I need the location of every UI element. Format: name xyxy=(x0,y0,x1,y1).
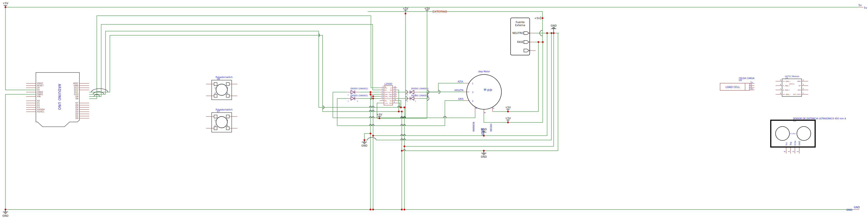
hx711-pin-name: DT xyxy=(799,85,801,87)
wire[interactable] xyxy=(5,7,858,210)
arduino-title: ARDUINO UNO xyxy=(57,84,61,110)
v5-small-label: 5v xyxy=(859,4,862,7)
l293d-pin-name: GND xyxy=(389,94,392,95)
gnd-label: GND xyxy=(551,24,557,27)
motor-pin-num: 1 xyxy=(472,83,473,85)
junction-dot xyxy=(401,111,403,112)
diode-pin-num: 2 xyxy=(407,94,408,96)
l293d-pin-name: EN1 xyxy=(384,87,387,89)
pin-stub xyxy=(206,84,237,128)
l293d-pin-name: IN1 xyxy=(384,89,387,91)
v5-label: +5V xyxy=(505,106,511,109)
pushbutton-contact xyxy=(214,83,217,86)
diode-symbol xyxy=(410,97,414,100)
junction-dot xyxy=(372,96,374,97)
ultrasonic-sensor[interactable]: SENSOR DE DISTANCIA ULTRASONICO 450 mm A… xyxy=(771,117,846,152)
gnd-symbol xyxy=(362,140,367,144)
pushbutton-pin-num: 2 xyxy=(215,92,216,94)
junction-dot xyxy=(400,107,402,108)
load-cell-ref: U4 xyxy=(739,79,742,81)
pushbutton-contact xyxy=(226,94,229,97)
motor-pin-num: 4 xyxy=(475,108,477,109)
step-motor[interactable]: step Motor M p/p AZUL VIOLETA GRIS 1 3 2… xyxy=(454,70,501,135)
l293d-pin-name: OUT4 xyxy=(388,91,392,93)
junction-dot xyxy=(542,17,544,19)
wire-net[interactable] xyxy=(5,7,858,210)
motor-wire-label: GRIS xyxy=(458,98,463,100)
pushbutton-u7[interactable]: Pulsador/switch U7 1 3 2 4 xyxy=(212,108,232,132)
hx711-pin-num: 7 xyxy=(780,88,781,90)
junction-dots xyxy=(5,6,555,210)
l293d-pin-name: IN4 xyxy=(390,89,392,91)
motor-pin-num: 5 xyxy=(493,108,495,109)
wire[interactable] xyxy=(5,7,36,210)
l293d-pin-name: EN2 xyxy=(390,102,392,104)
l293d-pin-num: 16 xyxy=(394,86,396,88)
v5-label: +5V xyxy=(534,17,540,20)
v5-label: +5V xyxy=(424,7,430,10)
arduino-pin-label: D8 xyxy=(75,97,78,100)
hx711-pin-name: E- (BAL.) xyxy=(783,85,790,87)
pushbutton-cap[interactable] xyxy=(216,116,227,128)
motor-wire-label: VIOLETA xyxy=(454,89,463,91)
hx711-pin-name: A+ (BAL.) xyxy=(783,94,790,96)
pushbutton-ref: U6 xyxy=(217,78,220,80)
l293d-pin-num: 5 xyxy=(382,94,383,96)
hx711-module[interactable]: HX711 Modulo U5 HX711 5 6 7 8 E+ (BAL.) … xyxy=(780,75,804,97)
pushbutton-pin-num: 3 xyxy=(227,87,228,89)
hx711-pin-num: 6 xyxy=(780,84,781,85)
diode-label: DIODO (1N4001) xyxy=(350,87,368,90)
pin-stub xyxy=(853,7,863,210)
diode-symbol xyxy=(351,90,354,94)
junction-dot xyxy=(551,32,552,34)
arduino-uno[interactable]: ARDUINO UNO IOREF RESET 3V 5V GND2 GND1 … xyxy=(36,73,80,127)
ultrasonic-core-label: HC-SR04 xyxy=(790,133,796,134)
junction-dot xyxy=(401,209,403,210)
junction-dot xyxy=(404,145,405,147)
fuente-pin-label: FASE xyxy=(517,40,523,44)
l293d-pin-num: 4 xyxy=(382,92,383,94)
l293d-pin-name: OUT2 xyxy=(384,98,388,99)
gnd-label: GND xyxy=(854,206,860,209)
hx711-pin-name: VCC (3V3) xyxy=(793,94,801,96)
wire[interactable] xyxy=(89,16,404,210)
v5-label: +5V xyxy=(403,7,408,10)
gnd-symbol xyxy=(3,210,8,214)
fuente-externa[interactable]: Fuente Externa NEUTRO FASE xyxy=(510,18,530,55)
hx711-core-label: HX711 xyxy=(789,83,794,85)
l293d-pin-num: 2 xyxy=(382,88,383,90)
pushbutton-pin-num: 3 xyxy=(227,119,228,121)
diode-pin-num: 2 xyxy=(357,101,358,102)
l293d-pin-name: IN2 xyxy=(384,100,387,102)
motor-pin-num: 6 xyxy=(484,112,486,113)
diode-label: DIODO (1N4001) xyxy=(411,94,429,97)
l293d-pin-name: +Vm xyxy=(384,102,388,104)
junction-dot xyxy=(401,150,403,152)
diode-pin-num: 1 xyxy=(415,101,416,102)
junction-dot xyxy=(546,32,548,34)
l293d-pin-num: 15 xyxy=(394,88,396,90)
l293d-pin-name: +V xyxy=(390,87,392,89)
pushbutton-cap[interactable] xyxy=(216,84,227,96)
load-cell-pin: E+ xyxy=(750,81,753,83)
ultrasonic-pin-name: GND xyxy=(798,141,801,145)
v5-label: +5V xyxy=(3,2,8,5)
pushbutton-contact xyxy=(214,115,217,118)
l293d-pin-num: 3 xyxy=(382,90,383,92)
hx711-pin-name: SCK xyxy=(798,89,801,91)
pushbutton-pin-num: 4 xyxy=(227,92,228,94)
ultrasonic-pin-num: 1 xyxy=(797,151,799,152)
l293d-driver[interactable]: L293D 1 2 3 4 5 6 7 EN1 IN1 OUT1 GND GND… xyxy=(382,83,396,105)
l293d-pin-num: 7 xyxy=(382,99,383,101)
hx711-pin-num: 8 xyxy=(780,92,781,94)
load-cell[interactable]: CELDA CARGA U4 LOAD CELL E+ E- A- A+ xyxy=(720,77,754,90)
diode-label: DIODO (1N4001) xyxy=(411,87,429,90)
hx711-pin-name: A- (BAL.) xyxy=(783,89,790,91)
gnd-label: GND xyxy=(361,144,367,147)
junction-dot xyxy=(372,209,374,210)
motor-pin-num: 2 xyxy=(472,100,473,102)
arduino-pin-label: D0 xyxy=(75,117,78,119)
diode-pin-num: 2 xyxy=(407,101,408,102)
motor-body[interactable] xyxy=(467,75,501,109)
pushbutton-u6[interactable]: Pulsador/switch U6 1 3 2 4 xyxy=(212,76,232,100)
